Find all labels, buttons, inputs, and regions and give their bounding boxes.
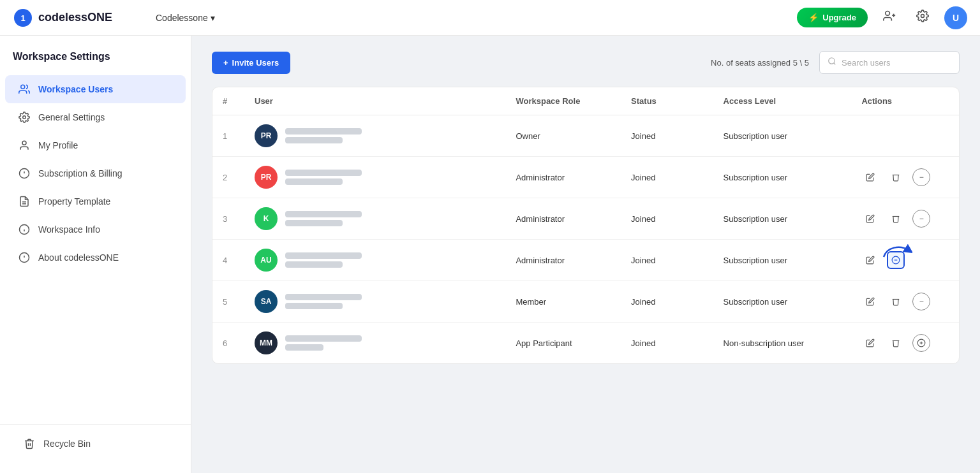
- add-user-icon: [883, 10, 896, 25]
- avatar: PR: [255, 124, 278, 147]
- table-row: 3 K Administrator Joined: [212, 198, 959, 240]
- workspace-name: Codelessone: [156, 13, 208, 23]
- status-cell: Joined: [621, 323, 713, 364]
- avatar: MM: [255, 331, 278, 354]
- user-name-placeholder: [285, 211, 362, 217]
- avatar: AU: [255, 249, 278, 272]
- actions-cell: [851, 240, 959, 281]
- user-email-placeholder: [285, 137, 343, 143]
- delete-button[interactable]: [887, 210, 905, 228]
- edit-button[interactable]: [861, 251, 879, 269]
- remove-seat-button[interactable]: −: [912, 293, 930, 310]
- user-email-placeholder: [285, 303, 343, 309]
- status-cell: Joined: [621, 240, 713, 281]
- avatar: K: [255, 207, 278, 230]
- remove-seat-button[interactable]: −: [912, 210, 930, 228]
- col-header-access: Access Level: [713, 87, 852, 115]
- role-cell: Administrator: [505, 240, 621, 281]
- template-icon: [18, 195, 31, 208]
- search-box[interactable]: [819, 51, 960, 74]
- upgrade-button[interactable]: ⚡ Upgrade: [797, 8, 868, 27]
- users-table: # User Workspace Role Status Access Leve…: [212, 87, 959, 363]
- invite-users-button[interactable]: + Invite Users: [212, 52, 290, 74]
- svg-point-5: [921, 15, 924, 18]
- col-header-user: User: [244, 87, 505, 115]
- status-cell: Joined: [621, 198, 713, 240]
- logo-area: 1 codelessONE: [13, 8, 140, 28]
- avatar: SA: [255, 290, 278, 313]
- edit-button[interactable]: [861, 334, 879, 352]
- sidebar-label-my-profile: My Profile: [38, 140, 78, 150]
- remove-seat-button-highlighted[interactable]: [887, 251, 905, 269]
- sidebar-item-my-profile[interactable]: My Profile: [5, 131, 186, 159]
- user-cell: PR: [244, 115, 505, 157]
- table-row: 5 SA Member Joined S: [212, 281, 959, 323]
- sidebar-item-workspace-info[interactable]: Workspace Info: [5, 215, 186, 244]
- col-header-actions: Actions: [851, 87, 959, 115]
- settings-icon-btn[interactable]: [911, 6, 934, 29]
- user-initials: U: [953, 13, 959, 23]
- svg-point-20: [829, 58, 835, 64]
- svg-point-2: [886, 11, 890, 16]
- invite-label: Invite Users: [232, 58, 279, 68]
- remove-seat-button[interactable]: −: [912, 168, 930, 186]
- user-info: [285, 294, 362, 309]
- workspace-selector[interactable]: Codelessone ▾: [151, 10, 220, 25]
- access-cell: Subscription user: [713, 240, 852, 281]
- row-num: 5: [212, 281, 244, 323]
- settings-icon: [18, 111, 31, 124]
- actions-cell: [851, 115, 959, 157]
- sidebar-item-general-settings[interactable]: General Settings: [5, 103, 186, 131]
- svg-point-8: [22, 141, 26, 145]
- actions-cell: −: [851, 198, 959, 240]
- add-user-icon-btn[interactable]: [878, 6, 901, 29]
- delete-button[interactable]: [887, 334, 905, 352]
- delete-button[interactable]: [887, 168, 905, 186]
- user-email-placeholder: [285, 344, 323, 351]
- role-cell: Member: [505, 281, 621, 323]
- row-num: 2: [212, 157, 244, 198]
- edit-button[interactable]: [861, 210, 879, 228]
- edit-button[interactable]: [861, 168, 879, 186]
- sidebar-item-subscription-billing[interactable]: Subscription & Billing: [5, 159, 186, 187]
- role-cell: Administrator: [505, 157, 621, 198]
- user-name-placeholder: [285, 252, 362, 259]
- plus-icon: +: [223, 58, 228, 68]
- user-cell: MM: [244, 323, 505, 364]
- actions-cell: [851, 323, 959, 364]
- main-content: + Invite Users No. of seats assigned 5 \…: [191, 36, 980, 473]
- col-header-role: Workspace Role: [505, 87, 621, 115]
- user-email-placeholder: [285, 261, 343, 268]
- about-icon: [18, 251, 31, 264]
- access-cell: Non-subscription user: [713, 323, 852, 364]
- sidebar-label-workspace-users: Workspace Users: [38, 84, 113, 94]
- col-header-num: #: [212, 87, 244, 115]
- lightning-icon: ⚡: [808, 13, 819, 22]
- user-cell: K: [244, 198, 505, 240]
- role-cell: Administrator: [505, 198, 621, 240]
- main-layout: Workspace Settings Workspace Users Gener…: [0, 36, 980, 473]
- users-table-container: # User Workspace Role Status Access Leve…: [212, 87, 960, 364]
- sidebar-item-workspace-users[interactable]: Workspace Users: [5, 75, 186, 103]
- sidebar-item-property-template[interactable]: Property Template: [5, 187, 186, 215]
- user-name-placeholder: [285, 294, 362, 300]
- gear-icon: [916, 10, 929, 25]
- edit-button[interactable]: [861, 293, 879, 310]
- user-avatar[interactable]: U: [944, 6, 967, 29]
- search-input[interactable]: [842, 58, 951, 68]
- sidebar-item-about-codelessone[interactable]: About codelessONE: [5, 244, 186, 272]
- table-header-row: # User Workspace Role Status Access Leve…: [212, 87, 959, 115]
- svg-text:1: 1: [20, 13, 25, 23]
- table-row: 1 PR Owner Joined Su: [212, 115, 959, 157]
- add-seat-button[interactable]: [912, 334, 930, 352]
- delete-button[interactable]: [887, 293, 905, 310]
- access-cell: Subscription user: [713, 198, 852, 240]
- billing-icon: [18, 167, 31, 180]
- user-info: [285, 252, 362, 268]
- access-cell: Subscription user: [713, 157, 852, 198]
- sidebar-item-recycle-bin[interactable]: Recycle Bin: [10, 430, 181, 458]
- user-name-placeholder: [285, 128, 362, 135]
- profile-icon: [18, 139, 31, 152]
- row-num: 3: [212, 198, 244, 240]
- logo-text: codelessONE: [38, 11, 112, 24]
